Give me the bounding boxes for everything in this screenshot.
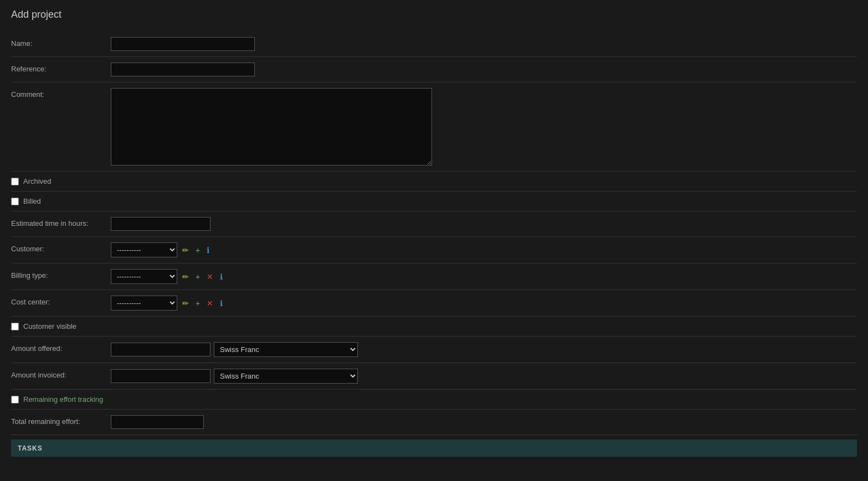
estimated-time-field xyxy=(111,217,857,231)
estimated-time-label: Estimated time in hours: xyxy=(11,217,111,227)
estimated-time-input[interactable] xyxy=(111,217,210,231)
total-remaining-label: Total remaining effort: xyxy=(11,415,111,426)
customer-add-button[interactable]: + xyxy=(194,245,202,255)
amount-invoiced-input[interactable] xyxy=(111,369,210,383)
page-container: Add project Name: Reference: Comment: Ar… xyxy=(0,0,868,466)
page-title: Add project xyxy=(11,9,857,20)
reference-input[interactable] xyxy=(111,63,255,76)
customer-info-button[interactable]: ℹ xyxy=(205,245,211,255)
archived-checkbox[interactable] xyxy=(11,178,19,185)
amount-offered-currency-select[interactable]: Swiss Franc Euro US Dollar British Pound xyxy=(214,342,358,357)
name-field xyxy=(111,37,857,51)
billing-type-field: ---------- ✏ + ✕ ℹ xyxy=(111,269,857,284)
cost-center-select[interactable]: ---------- xyxy=(111,296,177,311)
remaining-effort-checkbox[interactable] xyxy=(11,396,19,404)
tasks-title: TASKS xyxy=(18,444,43,452)
total-remaining-input[interactable]: 00:00:00 xyxy=(111,415,204,429)
billing-remove-button[interactable]: ✕ xyxy=(205,272,215,282)
amount-invoiced-row: Amount invoiced: Swiss Franc Euro US Dol… xyxy=(11,363,857,390)
cost-add-button[interactable]: + xyxy=(194,298,202,308)
name-input[interactable] xyxy=(111,37,255,51)
billed-row: Billed xyxy=(11,192,857,211)
cost-center-row: Cost center: ---------- ✏ + ✕ ℹ xyxy=(11,290,857,317)
customer-visible-row: Customer visible xyxy=(11,317,857,337)
amount-invoiced-label: Amount invoiced: xyxy=(11,369,111,379)
billing-add-button[interactable]: + xyxy=(194,272,202,282)
archived-row: Archived xyxy=(11,172,857,192)
customer-visible-checkbox[interactable] xyxy=(11,323,19,330)
customer-row: Customer: ---------- ✏ + ℹ xyxy=(11,237,857,263)
billed-label: Billed xyxy=(23,197,41,205)
total-remaining-row: Total remaining effort: 00:00:00 xyxy=(11,410,857,435)
customer-label: Customer: xyxy=(11,242,111,253)
billing-type-row: Billing type: ---------- ✏ + ✕ ℹ xyxy=(11,263,857,290)
reference-row: Reference: xyxy=(11,57,857,82)
billing-edit-button[interactable]: ✏ xyxy=(181,272,191,282)
cost-edit-button[interactable]: ✏ xyxy=(181,298,191,308)
customer-select[interactable]: ---------- xyxy=(111,242,177,257)
amount-offered-field: Swiss Franc Euro US Dollar British Pound xyxy=(111,342,857,357)
amount-offered-row: Amount offered: Swiss Franc Euro US Doll… xyxy=(11,337,857,363)
name-row: Name: xyxy=(11,32,857,57)
comment-field xyxy=(111,88,857,165)
amount-offered-input[interactable] xyxy=(111,343,210,356)
reference-field xyxy=(111,63,857,76)
comment-label: Comment: xyxy=(11,88,111,99)
total-remaining-field: 00:00:00 xyxy=(111,415,857,429)
billed-checkbox[interactable] xyxy=(11,198,19,205)
customer-visible-label: Customer visible xyxy=(23,322,76,330)
amount-invoiced-field: Swiss Franc Euro US Dollar British Pound xyxy=(111,369,857,384)
billing-info-button[interactable]: ℹ xyxy=(218,272,224,282)
tasks-section: TASKS xyxy=(11,439,857,457)
comment-textarea[interactable] xyxy=(111,88,432,165)
remaining-effort-row: Remaining effort tracking xyxy=(11,390,857,410)
estimated-time-row: Estimated time in hours: xyxy=(11,211,857,237)
cost-center-label: Cost center: xyxy=(11,296,111,306)
comment-row: Comment: xyxy=(11,82,857,172)
cost-remove-button[interactable]: ✕ xyxy=(205,298,215,308)
amount-offered-label: Amount offered: xyxy=(11,342,111,353)
customer-field: ---------- ✏ + ℹ xyxy=(111,242,857,257)
billing-type-select[interactable]: ---------- xyxy=(111,269,177,284)
archived-label: Archived xyxy=(23,177,52,185)
billing-type-label: Billing type: xyxy=(11,269,111,280)
amount-invoiced-currency-select[interactable]: Swiss Franc Euro US Dollar British Pound xyxy=(214,369,358,384)
cost-center-field: ---------- ✏ + ✕ ℹ xyxy=(111,296,857,311)
reference-label: Reference: xyxy=(11,63,111,73)
customer-edit-button[interactable]: ✏ xyxy=(181,245,191,255)
remaining-effort-label: Remaining effort tracking xyxy=(23,395,103,404)
cost-info-button[interactable]: ℹ xyxy=(218,298,224,308)
name-label: Name: xyxy=(11,37,111,48)
